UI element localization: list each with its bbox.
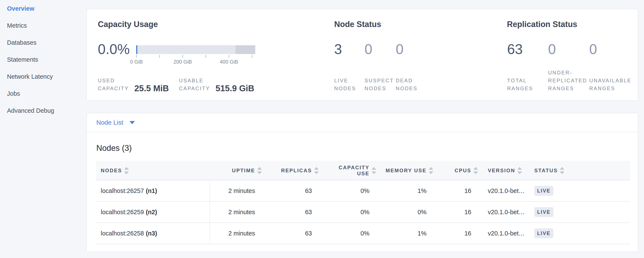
node-address-cell: localhost:26257(n1) xyxy=(96,180,210,201)
sidebar-item-advanced-debug[interactable]: Advanced Debug xyxy=(0,102,86,119)
node-id: (n3) xyxy=(146,230,157,237)
status-badge: LIVE xyxy=(534,228,554,238)
replicas-cell: 63 xyxy=(264,202,320,222)
node-list-dropdown[interactable]: Node List xyxy=(96,119,135,126)
column-header-uptime[interactable]: UPTIME xyxy=(210,161,264,180)
cluster-summary-card: Capacity Usage 0.0% 0 GiB 200 GiB 400 Gi… xyxy=(86,9,638,101)
gauge-tick xyxy=(159,55,160,58)
suspect-nodes-count: 0 xyxy=(364,42,372,57)
column-header-version[interactable]: VERSION xyxy=(480,161,530,180)
sort-icon xyxy=(257,167,262,174)
nodes-table-header: NODES UPTIME REPLICAS CAPACITY USE MEMOR… xyxy=(96,161,630,180)
sort-icon xyxy=(474,167,478,174)
gauge-tick xyxy=(252,55,252,58)
column-header-cpus[interactable]: CPUS xyxy=(435,161,480,180)
node-id: (n2) xyxy=(146,209,157,216)
capacity-use-cell: 0% xyxy=(320,223,378,244)
node-address-cell: localhost:26259(n2) xyxy=(96,202,210,222)
sidebar-item-network-latency[interactable]: Network Latency xyxy=(0,68,86,85)
cpus-cell: 16 xyxy=(435,223,480,244)
sort-icon xyxy=(314,167,319,174)
gauge-tick xyxy=(136,55,137,58)
node-status-title: Node Status xyxy=(334,20,381,29)
cpus-cell: 16 xyxy=(435,180,480,201)
nodes-heading: Nodes (3) xyxy=(96,144,132,153)
dead-nodes-label: DEAD NODES xyxy=(396,77,418,92)
node-list-dropdown-label: Node List xyxy=(96,119,123,126)
under-replicated-ranges-count: 0 xyxy=(548,42,556,57)
sidebar-item-overview[interactable]: Overview xyxy=(0,0,86,17)
capacity-gauge xyxy=(136,45,255,54)
version-cell: v20.1.0-bet… xyxy=(480,223,530,244)
status-cell: LIVE xyxy=(530,223,630,244)
total-ranges-label: TOTAL RANGES xyxy=(507,77,533,92)
gauge-tick-label: 400 GiB xyxy=(214,59,244,65)
replication-status-title: Replication Status xyxy=(507,20,577,29)
sidebar-item-statements[interactable]: Statements xyxy=(0,51,86,68)
capacity-use-cell: 0% xyxy=(320,180,378,201)
sidebar-item-jobs[interactable]: Jobs xyxy=(0,85,86,102)
capacity-gauge-other-segment xyxy=(236,45,255,54)
column-header-status[interactable]: STATUS xyxy=(530,161,630,180)
sidebar: Overview Metrics Databases Statements Ne… xyxy=(0,0,86,258)
unavailable-ranges-label: UNAVAILABLE RANGES xyxy=(589,77,632,92)
total-ranges-count: 63 xyxy=(507,42,523,57)
unavailable-ranges-count: 0 xyxy=(589,42,597,57)
usable-capacity-value: 515.9 GiB xyxy=(216,84,254,92)
suspect-nodes-label: SUSPECT NODES xyxy=(364,77,394,92)
memory-use-cell: 1% xyxy=(378,180,435,201)
status-cell: LIVE xyxy=(530,202,630,222)
capacity-usage-title: Capacity Usage xyxy=(98,20,158,29)
uptime-cell: 2 minutes xyxy=(210,180,264,201)
gauge-tick xyxy=(229,55,229,58)
nodes-card: Node List Nodes (3) NODES UPTIME REPLICA… xyxy=(86,113,638,252)
sidebar-item-metrics[interactable]: Metrics xyxy=(0,17,86,34)
status-badge: LIVE xyxy=(534,207,554,217)
sidebar-item-databases[interactable]: Databases xyxy=(0,34,86,51)
version-cell: v20.1.0-bet… xyxy=(480,180,530,201)
replicas-cell: 63 xyxy=(264,223,320,244)
cpus-cell: 16 xyxy=(435,202,480,222)
column-header-capacity-use[interactable]: CAPACITY USE xyxy=(320,161,378,180)
under-replicated-ranges-label: UNDER- REPLICATED RANGES xyxy=(548,69,587,92)
node-id: (n1) xyxy=(146,187,157,194)
table-row-node-3[interactable]: localhost:26258(n3) 2 minutes 63 0% 1% 1… xyxy=(96,223,630,244)
live-nodes-label: LIVE NODES xyxy=(334,77,356,92)
used-capacity-label: USED CAPACITY xyxy=(98,77,129,92)
used-capacity-value: 25.5 MiB xyxy=(134,84,169,92)
node-address-cell: localhost:26258(n3) xyxy=(96,223,210,244)
nodes-table: NODES UPTIME REPLICAS CAPACITY USE MEMOR… xyxy=(96,161,630,244)
column-header-replicas[interactable]: REPLICAS xyxy=(264,161,320,180)
memory-use-cell: 1% xyxy=(378,223,435,244)
memory-use-cell: 0% xyxy=(378,202,435,222)
gauge-tick-label: 200 GiB xyxy=(168,59,198,65)
chevron-down-icon xyxy=(130,121,135,124)
uptime-cell: 2 minutes xyxy=(210,223,264,244)
version-cell: v20.1.0-bet… xyxy=(480,202,530,222)
live-nodes-count: 3 xyxy=(334,42,342,57)
capacity-use-cell: 0% xyxy=(320,202,378,222)
status-cell: LIVE xyxy=(530,180,630,201)
view-selector-bar: Node List xyxy=(87,113,638,132)
column-header-memory-use[interactable]: MEMORY USE xyxy=(378,161,435,180)
sort-icon xyxy=(124,167,129,174)
gauge-tick xyxy=(182,55,183,58)
uptime-cell: 2 minutes xyxy=(210,202,264,222)
sort-icon xyxy=(429,167,433,174)
capacity-stats: USED CAPACITY 25.5 MiB USABLE CAPACITY 5… xyxy=(98,77,254,92)
table-row-node-2[interactable]: localhost:26259(n2) 2 minutes 63 0% 0% 1… xyxy=(96,202,630,223)
sort-icon xyxy=(517,167,522,174)
capacity-used-percent: 0.0% xyxy=(98,42,130,57)
replicas-cell: 63 xyxy=(264,180,320,201)
dead-nodes-count: 0 xyxy=(396,42,404,57)
table-row-node-1[interactable]: localhost:26257(n1) 2 minutes 63 0% 1% 1… xyxy=(96,180,630,202)
gauge-tick xyxy=(206,55,206,58)
usable-capacity-label: USABLE CAPACITY xyxy=(179,77,210,92)
capacity-gauge-used-segment xyxy=(136,45,137,54)
gauge-tick-label: 0 GiB xyxy=(122,59,151,65)
column-header-nodes[interactable]: NODES xyxy=(96,161,210,180)
sort-icon xyxy=(560,167,564,174)
sort-icon xyxy=(372,167,376,174)
status-badge: LIVE xyxy=(534,186,554,196)
